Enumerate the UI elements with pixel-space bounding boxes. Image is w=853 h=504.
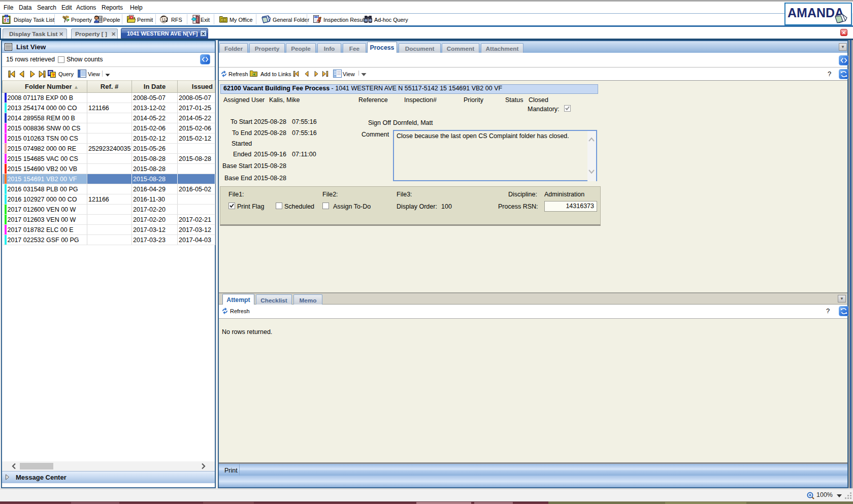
svg-text:?: ? [52,72,55,78]
